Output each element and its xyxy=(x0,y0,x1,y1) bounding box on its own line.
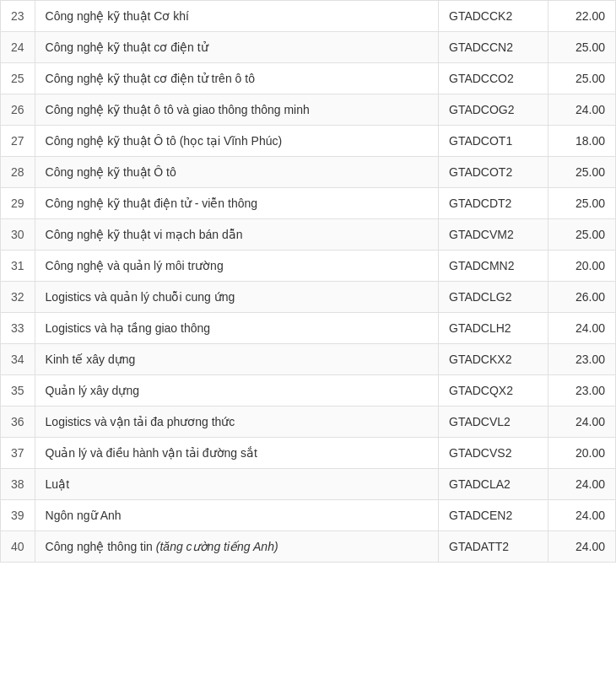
row-score: 25.00 xyxy=(548,188,616,219)
row-number: 35 xyxy=(1,375,35,407)
row-score: 25.00 xyxy=(548,219,616,250)
table-row: 23Công nghệ kỹ thuật Cơ khíGTADCCK222.00 xyxy=(1,1,616,32)
row-score: 25.00 xyxy=(548,63,616,94)
row-name: Công nghệ kỹ thuật điện tử - viễn thông xyxy=(35,188,438,219)
table-row: 34Kinh tế xây dựngGTADCKX223.00 xyxy=(1,344,616,375)
row-score: 24.00 xyxy=(548,500,616,531)
row-name: Quản lý và điều hành vận tải đường sắt xyxy=(35,438,438,469)
row-name: Công nghệ kỹ thuật cơ điện tử xyxy=(35,32,438,63)
row-number: 32 xyxy=(1,282,35,313)
table-row: 28Công nghệ kỹ thuật Ô tôGTADCOT225.00 xyxy=(1,157,616,188)
row-number: 38 xyxy=(1,469,35,500)
row-code: GTADCMN2 xyxy=(439,250,548,282)
row-score: 18.00 xyxy=(548,126,616,157)
row-code: GTADCOT1 xyxy=(439,126,548,157)
row-score: 26.00 xyxy=(548,282,616,313)
row-number: 25 xyxy=(1,63,35,94)
row-number: 36 xyxy=(1,407,35,438)
row-name: Công nghệ kỹ thuật cơ điện tử trên ô tô xyxy=(35,63,438,94)
row-number: 26 xyxy=(1,94,35,126)
row-number: 40 xyxy=(1,531,35,563)
row-score: 22.00 xyxy=(548,1,616,32)
row-name: Logistics và quản lý chuỗi cung ứng xyxy=(35,282,438,313)
row-code: GTADCQX2 xyxy=(439,375,548,407)
row-name: Logistics và vận tải đa phương thức xyxy=(35,407,438,438)
row-name: Kinh tế xây dựng xyxy=(35,344,438,375)
table-row: 36Logistics và vận tải đa phương thứcGTA… xyxy=(1,407,616,438)
row-name: Công nghệ kỹ thuật vi mạch bán dẫn xyxy=(35,219,438,250)
row-score: 25.00 xyxy=(548,157,616,188)
row-number: 28 xyxy=(1,157,35,188)
row-number: 23 xyxy=(1,1,35,32)
row-code: GTADCLG2 xyxy=(439,282,548,313)
table-row: 31Công nghệ và quản lý môi trườngGTADCMN… xyxy=(1,250,616,282)
row-code: GTADCVL2 xyxy=(439,407,548,438)
table-row: 38LuậtGTADCLA224.00 xyxy=(1,469,616,500)
row-score: 24.00 xyxy=(548,531,616,563)
row-code: GTADCCO2 xyxy=(439,63,548,94)
row-score: 24.00 xyxy=(548,407,616,438)
table-row: 33Logistics và hạ tầng giao thôngGTADCLH… xyxy=(1,313,616,344)
row-score: 24.00 xyxy=(548,94,616,126)
row-code: GTADCOT2 xyxy=(439,157,548,188)
row-code: GTADCCN2 xyxy=(439,32,548,63)
row-name: Công nghệ thông tin (tăng cường tiếng An… xyxy=(35,531,438,563)
row-name: Công nghệ kỹ thuật Ô tô (học tại Vĩnh Ph… xyxy=(35,126,438,157)
row-number: 30 xyxy=(1,219,35,250)
row-code: GTADCKX2 xyxy=(439,344,548,375)
row-score: 25.00 xyxy=(548,32,616,63)
table-row: 25Công nghệ kỹ thuật cơ điện tử trên ô t… xyxy=(1,63,616,94)
row-number: 31 xyxy=(1,250,35,282)
row-code: GTADCCK2 xyxy=(439,1,548,32)
row-number: 29 xyxy=(1,188,35,219)
row-number: 37 xyxy=(1,438,35,469)
table-row: 35Quản lý xây dựngGTADCQX223.00 xyxy=(1,375,616,407)
row-name: Công nghệ kỹ thuật ô tô và giao thông th… xyxy=(35,94,438,126)
table-row: 40Công nghệ thông tin (tăng cường tiếng … xyxy=(1,531,616,563)
row-score: 23.00 xyxy=(548,344,616,375)
row-number: 24 xyxy=(1,32,35,63)
row-code: GTADCLH2 xyxy=(439,313,548,344)
row-code: GTADATT2 xyxy=(439,531,548,563)
row-score: 20.00 xyxy=(548,250,616,282)
row-code: GTADCVS2 xyxy=(439,438,548,469)
row-number: 34 xyxy=(1,344,35,375)
row-name: Logistics và hạ tầng giao thông xyxy=(35,313,438,344)
row-name: Luật xyxy=(35,469,438,500)
row-name: Công nghệ kỹ thuật Cơ khí xyxy=(35,1,438,32)
row-score: 24.00 xyxy=(548,469,616,500)
table-row: 27Công nghệ kỹ thuật Ô tô (học tại Vĩnh … xyxy=(1,126,616,157)
row-score: 20.00 xyxy=(548,438,616,469)
table-row: 32Logistics và quản lý chuỗi cung ứngGTA… xyxy=(1,282,616,313)
row-code: GTADCVM2 xyxy=(439,219,548,250)
row-number: 27 xyxy=(1,126,35,157)
row-name: Công nghệ kỹ thuật Ô tô xyxy=(35,157,438,188)
row-number: 39 xyxy=(1,500,35,531)
row-code: GTADCEN2 xyxy=(439,500,548,531)
row-number: 33 xyxy=(1,313,35,344)
table-row: 37Quản lý và điều hành vận tải đường sắt… xyxy=(1,438,616,469)
table-row: 26Công nghệ kỹ thuật ô tô và giao thông … xyxy=(1,94,616,126)
row-score: 24.00 xyxy=(548,313,616,344)
row-code: GTADCDT2 xyxy=(439,188,548,219)
row-code: GTADCLA2 xyxy=(439,469,548,500)
row-name: Quản lý xây dựng xyxy=(35,375,438,407)
table-row: 24Công nghệ kỹ thuật cơ điện tửGTADCCN22… xyxy=(1,32,616,63)
row-name: Ngôn ngữ Anh xyxy=(35,500,438,531)
row-code: GTADCOG2 xyxy=(439,94,548,126)
table-row: 29Công nghệ kỹ thuật điện tử - viễn thôn… xyxy=(1,188,616,219)
main-table: 23Công nghệ kỹ thuật Cơ khíGTADCCK222.00… xyxy=(0,0,616,563)
table-row: 39Ngôn ngữ AnhGTADCEN224.00 xyxy=(1,500,616,531)
row-name: Công nghệ và quản lý môi trường xyxy=(35,250,438,282)
table-row: 30Công nghệ kỹ thuật vi mạch bán dẫnGTAD… xyxy=(1,219,616,250)
row-score: 23.00 xyxy=(548,375,616,407)
